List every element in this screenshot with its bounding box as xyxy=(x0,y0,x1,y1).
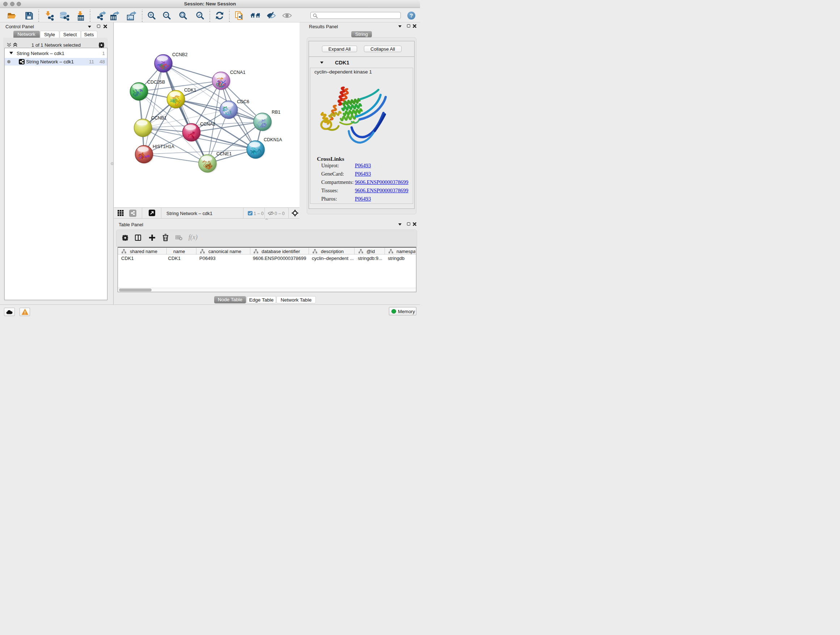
svg-text:CCNE1: CCNE1 xyxy=(216,151,232,157)
svg-text:CDKN1A: CDKN1A xyxy=(264,137,282,142)
svg-text:CCNB2: CCNB2 xyxy=(172,52,187,57)
svg-text:CDK1: CDK1 xyxy=(184,88,196,93)
svg-text:CCNA1: CCNA1 xyxy=(230,70,245,75)
svg-text:CCNB1: CCNB1 xyxy=(151,116,166,120)
svg-text:CCNA2: CCNA2 xyxy=(200,122,215,127)
svg-text:CDC25B: CDC25B xyxy=(147,80,165,85)
svg-text:HIST1H1A: HIST1H1A xyxy=(153,144,174,149)
svg-text:CDC6: CDC6 xyxy=(237,99,249,104)
svg-text:RB1: RB1 xyxy=(272,110,280,115)
